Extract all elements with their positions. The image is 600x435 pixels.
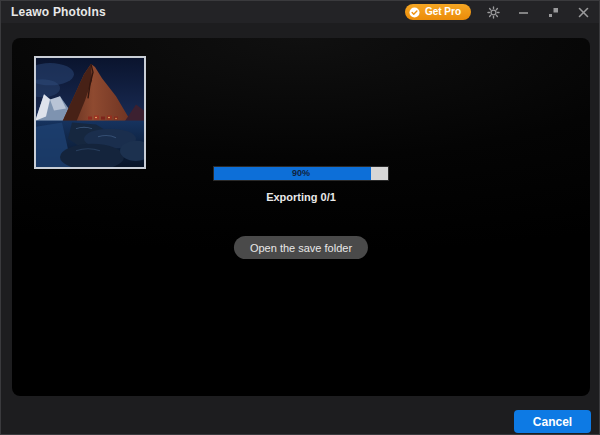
- minimize-icon[interactable]: [515, 4, 531, 20]
- export-status-text: Exporting 0/1: [12, 191, 590, 203]
- progress-percent-label: 90%: [214, 167, 388, 180]
- export-progress-bar: 90%: [214, 167, 388, 180]
- get-pro-button[interactable]: Get Pro: [405, 4, 471, 20]
- cancel-button[interactable]: Cancel: [514, 410, 591, 433]
- settings-gear-icon[interactable]: [485, 4, 501, 20]
- mountain-photo-image: [36, 58, 144, 167]
- titlebar-controls: Get Pro: [405, 4, 591, 20]
- app-title: Leawo PhotoIns: [11, 5, 106, 19]
- pro-badge-icon: [409, 7, 420, 18]
- title-bar: Leawo PhotoIns Get Pro: [1, 1, 599, 23]
- export-panel: 90% Exporting 0/1 Open the save folder: [12, 38, 590, 396]
- get-pro-label: Get Pro: [425, 4, 461, 20]
- open-save-folder-button[interactable]: Open the save folder: [234, 236, 368, 259]
- maximize-icon[interactable]: [545, 4, 561, 20]
- photo-thumbnail: [34, 56, 146, 169]
- close-icon[interactable]: [575, 4, 591, 20]
- footer-bar: Cancel: [1, 396, 599, 435]
